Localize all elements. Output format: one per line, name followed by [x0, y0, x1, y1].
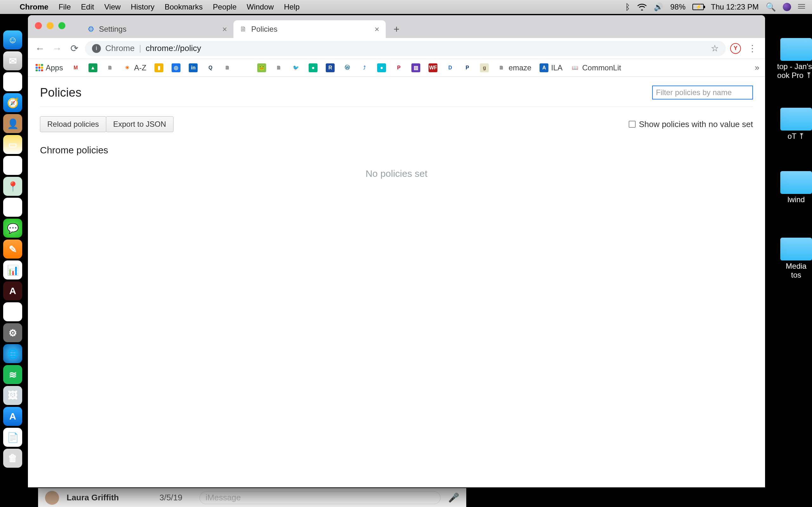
- dock-pages[interactable]: ✎: [3, 239, 22, 259]
- dock-reminders[interactable]: ☰: [3, 156, 22, 175]
- dock-appstore[interactable]: A: [3, 407, 22, 426]
- menu-bookmarks[interactable]: Bookmarks: [165, 3, 203, 11]
- bookmark-commonlit[interactable]: 📖CommonLit: [569, 62, 623, 73]
- bookmark-wf[interactable]: WF: [426, 62, 439, 73]
- bookmark-check[interactable]: ✔: [238, 62, 251, 73]
- bookmark-a-z[interactable]: ☀A-Z: [121, 62, 148, 73]
- dock-chrome[interactable]: ◉: [3, 72, 22, 91]
- bookmark-doc2[interactable]: 🗎: [221, 62, 234, 73]
- reload-button[interactable]: ⟳: [68, 42, 81, 55]
- wifi-icon[interactable]: [637, 3, 647, 10]
- menu-people[interactable]: People: [213, 3, 237, 11]
- bookmark-d[interactable]: D: [444, 62, 456, 73]
- dock-trash[interactable]: 🗑: [3, 449, 22, 468]
- menu-edit[interactable]: Edit: [81, 3, 94, 11]
- bookmark-wordpress[interactable]: Ⓦ: [341, 62, 354, 73]
- bookmark-teal[interactable]: ●: [375, 62, 388, 73]
- bookmark-chart[interactable]: ▮: [153, 62, 165, 73]
- export-json-button[interactable]: Export to JSON: [106, 116, 173, 132]
- dock-spotify[interactable]: ≋: [3, 365, 22, 384]
- volume-icon[interactable]: 🔊: [654, 3, 663, 11]
- bookmark-feather[interactable]: ⤴: [358, 62, 371, 73]
- menu-history[interactable]: History: [131, 3, 154, 11]
- dock-acrobat[interactable]: A: [3, 281, 22, 300]
- chrome-menu-button[interactable]: ⋮: [745, 43, 759, 54]
- contact-avatar[interactable]: [45, 491, 59, 505]
- forward-button[interactable]: →: [51, 42, 63, 55]
- dock-mail[interactable]: ✉: [3, 51, 22, 70]
- bookmark-linkedin[interactable]: in: [187, 62, 200, 73]
- bookmark-r[interactable]: R: [324, 62, 337, 73]
- bookmark-q[interactable]: Q: [204, 62, 217, 73]
- battery-icon[interactable]: ⚡: [693, 4, 704, 10]
- menubar-clock[interactable]: Thu 12:23 PM: [711, 3, 759, 11]
- menu-window[interactable]: Window: [247, 3, 274, 11]
- bookmark-ila[interactable]: AILA: [538, 62, 564, 73]
- zoom-window-button[interactable]: [58, 22, 65, 29]
- dock-messages[interactable]: 💬: [3, 219, 22, 238]
- bookmark-twitter[interactable]: 🐦: [290, 62, 302, 73]
- address-bar[interactable]: i Chrome | chrome://policy ☆: [85, 41, 726, 56]
- dock-numbers[interactable]: 📊: [3, 261, 22, 279]
- bookmark-gmail[interactable]: M: [69, 62, 82, 73]
- extension-badge-icon[interactable]: Y: [730, 43, 741, 54]
- bookmark-frog[interactable]: 🐸: [255, 62, 268, 73]
- dock-notes[interactable]: ▭: [3, 135, 22, 154]
- site-info-icon[interactable]: i: [92, 44, 101, 53]
- bookmark-doc1[interactable]: 🗎: [104, 62, 116, 73]
- contact-name[interactable]: Laura Griffith: [67, 493, 119, 503]
- close-tab-icon[interactable]: ×: [222, 24, 227, 34]
- user-avatar-icon[interactable]: [783, 3, 791, 11]
- spotlight-icon[interactable]: 🔍: [766, 2, 776, 12]
- filter-policies-input[interactable]: Filter policies by name: [652, 86, 753, 100]
- desktop-folder-3[interactable]: lwind: [780, 171, 812, 204]
- close-tab-icon[interactable]: ×: [374, 24, 379, 34]
- bookmark-emaze[interactable]: 🗎emaze: [495, 62, 533, 73]
- tab-policies[interactable]: 🗎 Policies ×: [234, 20, 386, 38]
- bookmark-paypal[interactable]: P: [461, 62, 473, 73]
- bluetooth-icon[interactable]: ᛒ: [625, 2, 630, 12]
- show-empty-policies-checkbox[interactable]: Show policies with no value set: [629, 119, 753, 129]
- checkbox-icon: [629, 121, 636, 128]
- bookmark-icon: ☀: [123, 63, 132, 72]
- microphone-icon[interactable]: 🎤: [448, 493, 459, 503]
- bookmark-star-icon[interactable]: ☆: [711, 43, 719, 54]
- dock-itunes[interactable]: ♪: [3, 302, 22, 321]
- dock-finder[interactable]: ☺: [3, 31, 22, 49]
- app-name[interactable]: Chrome: [20, 3, 49, 11]
- back-button[interactable]: ←: [34, 42, 46, 55]
- new-tab-button[interactable]: +: [390, 23, 403, 36]
- minimize-window-button[interactable]: [47, 22, 54, 29]
- message-input[interactable]: iMessage: [200, 492, 441, 504]
- tab-settings[interactable]: ⚙ Settings ×: [81, 20, 234, 38]
- bookmarks-overflow-button[interactable]: »: [755, 63, 759, 72]
- bookmark-label: CommonLit: [582, 63, 621, 72]
- bookmark-green1[interactable]: ●: [307, 62, 319, 73]
- dock-maps[interactable]: 📍: [3, 177, 22, 196]
- apps-shortcut[interactable]: Apps: [34, 62, 65, 73]
- dock-safari[interactable]: 🧭: [3, 93, 22, 112]
- menu-file[interactable]: File: [59, 3, 71, 11]
- bookmark-icon: M: [71, 63, 80, 72]
- desktop-folder-1[interactable]: top - Jan's ook Pro ⤒: [777, 38, 812, 80]
- bookmark-drive[interactable]: ▲: [87, 62, 99, 73]
- bookmark-pinterest[interactable]: P: [392, 62, 405, 73]
- close-window-button[interactable]: [35, 22, 42, 29]
- reload-policies-button[interactable]: Reload policies: [40, 116, 106, 132]
- dock-globeapp[interactable]: 🌐: [3, 344, 22, 363]
- menu-help[interactable]: Help: [284, 3, 299, 11]
- bookmark-doc3[interactable]: 🗎: [272, 62, 285, 73]
- dock-preview[interactable]: 🖼: [3, 386, 22, 405]
- bookmark-goodreads[interactable]: g: [478, 62, 491, 73]
- menu-view[interactable]: View: [104, 3, 121, 11]
- dock-contacts[interactable]: 👤: [3, 114, 22, 133]
- dock-systemprefs[interactable]: ⚙: [3, 323, 22, 342]
- notification-center-icon[interactable]: [798, 4, 805, 10]
- bookmark-purple[interactable]: ▥: [409, 62, 422, 73]
- dock-photos[interactable]: ✿: [3, 198, 22, 217]
- bookmark-icon: ▮: [154, 63, 163, 72]
- bookmark-blue1[interactable]: ◎: [170, 62, 183, 73]
- desktop-folder-4[interactable]: Media tos: [780, 238, 812, 279]
- desktop-folder-2[interactable]: oT ⤒: [780, 108, 812, 141]
- dock-doc[interactable]: 📄: [3, 428, 22, 447]
